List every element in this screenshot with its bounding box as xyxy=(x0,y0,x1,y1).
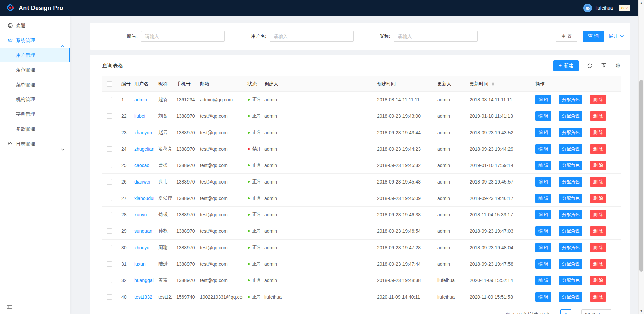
delete-button[interactable]: 删 除 xyxy=(590,210,606,219)
assign-role-button[interactable]: 分配角色 xyxy=(559,128,582,137)
assign-role-button[interactable]: 分配角色 xyxy=(559,194,582,203)
username-link[interactable]: sunquan xyxy=(134,228,152,234)
sidebar-item-param-mgmt[interactable]: 参数管理 xyxy=(0,122,70,136)
delete-button[interactable]: 删 除 xyxy=(590,259,606,269)
cell-status: 正常 xyxy=(243,289,260,305)
col-updated[interactable]: 更新时间 xyxy=(465,76,531,91)
username-link[interactable]: liubei xyxy=(134,113,145,119)
assign-role-button[interactable]: 分配角色 xyxy=(559,95,582,104)
edit-button[interactable]: 编 辑 xyxy=(535,243,551,252)
row-checkbox[interactable] xyxy=(107,245,112,250)
settings-gear-icon[interactable]: ⚙ xyxy=(615,63,621,69)
reload-icon[interactable] xyxy=(587,63,593,69)
username-link[interactable]: luxun xyxy=(134,261,145,267)
row-checkbox[interactable] xyxy=(107,146,112,152)
username-link[interactable]: xunyu xyxy=(134,212,147,217)
sidebar-item-logs[interactable]: 日志管理 xyxy=(0,137,70,150)
select-all-checkbox[interactable] xyxy=(107,81,112,87)
edit-button[interactable]: 编 辑 xyxy=(535,144,551,154)
expand-link[interactable]: 展开 xyxy=(609,33,624,39)
row-checkbox[interactable] xyxy=(107,163,112,168)
delete-button[interactable]: 删 除 xyxy=(590,144,606,154)
page-size-select[interactable]: 20 条/页 ▼ xyxy=(581,309,611,314)
sidebar-item-system[interactable]: 系统管理 xyxy=(0,34,70,47)
logo[interactable]: Ant Design Pro xyxy=(5,3,63,14)
id-input[interactable] xyxy=(141,31,225,42)
assign-role-button[interactable]: 分配角色 xyxy=(559,111,582,121)
row-checkbox[interactable] xyxy=(107,179,112,185)
page-number-button[interactable]: 1 xyxy=(560,309,571,314)
username-link[interactable]: xiahoudun xyxy=(134,196,154,201)
edit-button[interactable]: 编 辑 xyxy=(535,259,551,269)
assign-role-button[interactable]: 分配角色 xyxy=(559,210,582,219)
row-checkbox[interactable] xyxy=(107,113,112,119)
sidebar-item-role-mgmt[interactable]: 角色管理 xyxy=(0,63,70,76)
assign-role-button[interactable]: 分配角色 xyxy=(559,259,582,269)
edit-button[interactable]: 编 辑 xyxy=(535,276,551,285)
assign-role-button[interactable]: 分配角色 xyxy=(559,144,582,154)
scroll-down-icon[interactable]: ▼ xyxy=(639,309,644,313)
reset-button[interactable]: 重 置 xyxy=(556,31,577,42)
edit-button[interactable]: 编 辑 xyxy=(535,194,551,203)
username-link[interactable]: zhaoyun xyxy=(134,130,152,135)
username-input[interactable] xyxy=(270,31,354,42)
assign-role-button[interactable]: 分配角色 xyxy=(559,292,582,302)
row-checkbox[interactable] xyxy=(107,228,112,234)
nickname-input[interactable] xyxy=(394,31,478,42)
row-checkbox[interactable] xyxy=(107,261,112,267)
username-link[interactable]: admin xyxy=(134,97,147,102)
assign-role-button[interactable]: 分配角色 xyxy=(559,177,582,187)
sidebar-item-menu-mgmt[interactable]: 菜单管理 xyxy=(0,78,70,91)
edit-button[interactable]: 编 辑 xyxy=(535,111,551,121)
assign-role-button[interactable]: 分配角色 xyxy=(559,161,582,170)
username-link[interactable]: huanggai1 xyxy=(134,278,154,283)
edit-button[interactable]: 编 辑 xyxy=(535,128,551,137)
edit-button[interactable]: 编 辑 xyxy=(535,226,551,236)
row-checkbox[interactable] xyxy=(107,196,112,201)
row-checkbox[interactable] xyxy=(107,278,112,283)
assign-role-button[interactable]: 分配角色 xyxy=(559,243,582,252)
delete-button[interactable]: 删 除 xyxy=(590,243,606,252)
username-link[interactable]: test1332 xyxy=(134,294,152,300)
delete-button[interactable]: 删 除 xyxy=(590,128,606,137)
username-link[interactable]: dianwei xyxy=(134,179,150,185)
edit-button[interactable]: 编 辑 xyxy=(535,177,551,187)
next-page-icon[interactable]: › xyxy=(574,310,578,314)
edit-button[interactable]: 编 辑 xyxy=(535,161,551,170)
scrollbar[interactable]: ▲ ▼ xyxy=(638,0,644,314)
edit-button[interactable]: 编 辑 xyxy=(535,210,551,219)
assign-role-button[interactable]: 分配角色 xyxy=(559,276,582,285)
row-checkbox[interactable] xyxy=(107,212,112,217)
edit-button[interactable]: 编 辑 xyxy=(535,95,551,104)
row-checkbox[interactable] xyxy=(107,130,112,135)
user-avatar[interactable] xyxy=(583,4,592,12)
edit-button[interactable]: 编 辑 xyxy=(535,292,551,302)
delete-button[interactable]: 删 除 xyxy=(590,95,606,104)
delete-button[interactable]: 删 除 xyxy=(590,292,606,302)
prev-page-icon[interactable]: ‹ xyxy=(553,310,558,314)
sort-carets-icon[interactable] xyxy=(492,82,494,86)
row-checkbox[interactable] xyxy=(107,294,112,300)
username-link[interactable]: zhugeliang xyxy=(134,146,154,152)
scroll-up-icon[interactable]: ▲ xyxy=(639,1,644,5)
delete-button[interactable]: 删 除 xyxy=(590,111,606,121)
delete-button[interactable]: 删 除 xyxy=(590,177,606,187)
user-area[interactable]: liufeihua dev xyxy=(583,4,630,12)
density-icon[interactable] xyxy=(601,63,607,69)
sidebar-item-welcome[interactable]: 欢迎 xyxy=(0,19,70,32)
username-link[interactable]: caocao xyxy=(134,163,149,168)
row-checkbox[interactable] xyxy=(107,97,112,102)
sidebar-item-dict-mgmt[interactable]: 字典管理 xyxy=(0,107,70,121)
sidebar-item-user-mgmt[interactable]: 用户管理 xyxy=(0,48,70,62)
assign-role-button[interactable]: 分配角色 xyxy=(559,226,582,236)
query-button[interactable]: 查 询 xyxy=(583,31,604,42)
new-button[interactable]: + 新建 xyxy=(553,60,579,71)
delete-button[interactable]: 删 除 xyxy=(590,161,606,170)
sidebar-item-org-mgmt[interactable]: 机构管理 xyxy=(0,93,70,106)
username-link[interactable]: zhouyu xyxy=(134,245,149,250)
delete-button[interactable]: 删 除 xyxy=(590,276,606,285)
scrollbar-thumb[interactable] xyxy=(639,80,643,272)
menu-fold-icon[interactable] xyxy=(7,304,13,310)
delete-button[interactable]: 删 除 xyxy=(590,226,606,236)
delete-button[interactable]: 删 除 xyxy=(590,194,606,203)
